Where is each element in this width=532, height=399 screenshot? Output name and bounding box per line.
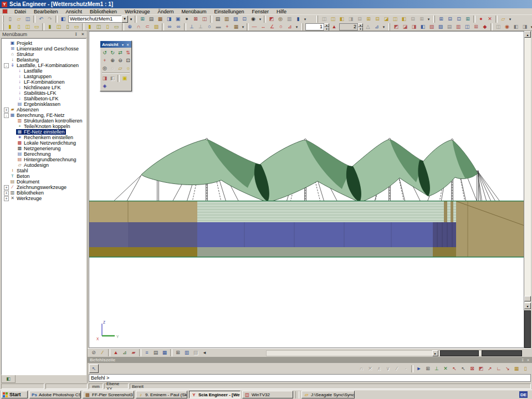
cursor-snap-icon[interactable]: ► bbox=[415, 365, 423, 372]
render-picture-icon[interactable]: ◉ bbox=[503, 23, 511, 30]
member-shell-icon[interactable]: ▯ bbox=[63, 23, 72, 30]
tree-item-bibliotheken[interactable]: +▥Bibliotheken bbox=[2, 190, 86, 196]
snap-perpendicular-icon[interactable]: ∟ bbox=[494, 365, 503, 372]
coord-system-icon[interactable]: ⊿ bbox=[120, 349, 129, 356]
task-button-wintv32[interactable]: ◫WinTV32 bbox=[242, 391, 293, 398]
grid-snap-icon[interactable]: ⊞ bbox=[423, 365, 432, 372]
layout-window-icon[interactable]: ◫ bbox=[200, 16, 209, 23]
print-preview-icon[interactable]: ▥ bbox=[222, 16, 231, 23]
window-split-5-icon[interactable]: ⊟ bbox=[355, 16, 364, 23]
window-close-icon[interactable]: ◫ bbox=[391, 16, 400, 23]
select-links-icon[interactable]: ⊘ bbox=[89, 349, 98, 356]
set-origin-icon[interactable]: + bbox=[101, 57, 109, 64]
snap-grid-points-icon[interactable]: ▦ bbox=[512, 365, 521, 372]
task-button-j-seagate-sync-syncre-[interactable]: ▱J:\Seagate Sync\SyncRe... bbox=[301, 391, 355, 398]
clip-planes-icon[interactable]: ▱ bbox=[116, 65, 124, 72]
model-viewport[interactable]: Z X Y Ansicht ▾ ✕ ↺↻⇄⇅ +⊕⊖⊡ ◎◌▱☼ bbox=[89, 31, 524, 348]
member-slab-icon[interactable]: ◫ bbox=[54, 23, 63, 30]
copy-view-icon[interactable]: ⊞ bbox=[437, 16, 446, 23]
red-cut-icon[interactable]: ✕ bbox=[485, 16, 494, 23]
start-button[interactable]: Start bbox=[1, 391, 28, 398]
menu-item-fenster[interactable]: Fenster bbox=[248, 8, 273, 15]
snap-point-icon[interactable]: ∙ bbox=[401, 365, 410, 372]
snap-line-icon[interactable]: ∕ bbox=[392, 365, 401, 372]
ortho-mode-icon[interactable]: ⊥ bbox=[432, 365, 441, 372]
command-panel-header[interactable]: Befehlszeile ↧ ✕ bbox=[88, 357, 532, 363]
command-input[interactable]: Befehl > bbox=[89, 374, 531, 382]
snap-nearest-icon[interactable]: ↗ bbox=[485, 365, 494, 372]
folder-more-icon[interactable]: ▾ bbox=[508, 16, 513, 23]
member-beam-icon[interactable]: ▯ bbox=[14, 23, 23, 30]
clipboard-picture-icon[interactable]: ◨ bbox=[165, 16, 173, 23]
task-button-ff-pier-screenshot3-paint[interactable]: ▨FF-Pier Screenshot3 - Paint bbox=[83, 391, 134, 398]
window-cascade-icon[interactable]: ⊞ bbox=[364, 16, 373, 23]
tree-item-teile-knoten-koppeln[interactable]: +Teile/Knoten koppeln bbox=[2, 124, 86, 129]
menu-item-ansicht[interactable]: Ansicht bbox=[62, 8, 86, 15]
window-tile-icon[interactable]: ⊟ bbox=[373, 16, 382, 23]
window-new-icon[interactable]: ◪ bbox=[382, 16, 391, 23]
tree-item-belastung[interactable]: ↓Belastung bbox=[2, 57, 86, 63]
vertical-scrollbar[interactable]: ▴ ▾ bbox=[524, 31, 531, 348]
member-rib-icon[interactable]: ▭ bbox=[72, 23, 81, 30]
picture-gallery-icon[interactable]: ▤ bbox=[147, 16, 156, 23]
background-color-icon[interactable]: ▣ bbox=[121, 75, 129, 82]
picture-more-icon[interactable]: ▾ bbox=[529, 23, 532, 30]
zoom-previous-icon[interactable]: ◌ bbox=[109, 65, 116, 72]
ansicht-palette[interactable]: Ansicht ▾ ✕ ↺↻⇄⇅ +⊕⊖⊡ ◎◌▱☼ ◨◧▣ ◈ bbox=[100, 40, 132, 91]
export-box-icon[interactable]: ⊡ bbox=[240, 16, 249, 23]
tree-item-hintergrundberechnung[interactable]: ▤Hintergrundberechnung bbox=[2, 157, 86, 162]
surface-tool-icon[interactable]: ⊂ bbox=[143, 23, 152, 30]
library-export-icon[interactable]: ▧ bbox=[231, 16, 240, 23]
tree-item-lastfälle-lf-kombinationen[interactable]: -⇓Lastfälle, LF-Kombinationen bbox=[2, 63, 86, 68]
node-star-icon[interactable]: ⊕ bbox=[125, 23, 134, 30]
project-combobox-value[interactable]: WetterschutzMem1 bbox=[68, 16, 121, 23]
support-fixed-icon[interactable]: ⊥ bbox=[187, 23, 196, 30]
tree-expander-icon[interactable]: - bbox=[4, 63, 9, 68]
dim-triangle-icon[interactable]: ⊿ bbox=[285, 23, 294, 30]
open-project-icon[interactable]: ▱ bbox=[14, 16, 23, 23]
hatch-tool-icon[interactable]: ▨ bbox=[152, 23, 161, 30]
tree-item-lastfälle[interactable]: ↓Lastfälle bbox=[2, 68, 86, 74]
redo-icon[interactable]: ↷ bbox=[45, 16, 54, 23]
column-select-icon[interactable]: ▮ bbox=[294, 16, 303, 23]
project-data-icon[interactable]: ⊞ bbox=[138, 16, 147, 23]
snap-midpoint-icon[interactable]: ↖ bbox=[459, 365, 468, 372]
flag-icon[interactable]: ▰ bbox=[129, 349, 138, 356]
tree-item-projekt[interactable]: ▣Projekt bbox=[2, 40, 86, 46]
menu-item-werkzeuge[interactable]: Werkzeuge bbox=[121, 8, 154, 15]
window-split-3-icon[interactable]: ◧ bbox=[337, 16, 346, 23]
print-view-icon[interactable]: ▤ bbox=[151, 349, 160, 356]
stretch-member-icon[interactable]: ▧ bbox=[427, 23, 436, 30]
spinner-down-icon[interactable]: ▾ bbox=[358, 27, 363, 31]
rotate-member-icon[interactable]: ◪ bbox=[401, 23, 410, 30]
tree-item-berechnung-fe-netz[interactable]: -▦Berechnung, FE-Netz bbox=[2, 112, 86, 118]
fillet-member-icon[interactable]: ◫ bbox=[463, 23, 472, 30]
extra-view-icon[interactable]: ▧ bbox=[191, 349, 200, 356]
folder-add-icon[interactable]: ▱ bbox=[499, 16, 508, 23]
window-split-2-icon[interactable]: ◫ bbox=[329, 16, 337, 23]
mesh-window-icon[interactable]: ⊠ bbox=[191, 16, 200, 23]
red-eye-icon[interactable]: ● bbox=[477, 16, 485, 23]
scale-member-icon[interactable]: ◧ bbox=[418, 23, 427, 30]
free-bars-2-icon[interactable]: ∞ bbox=[174, 23, 183, 30]
save-picture-icon[interactable]: ◫ bbox=[494, 23, 503, 30]
toolbar-grip[interactable] bbox=[2, 16, 4, 23]
dim-more-icon[interactable]: ▾ bbox=[294, 23, 299, 30]
scroll-down-icon[interactable]: ▾ bbox=[524, 303, 531, 309]
window-split-4-icon[interactable]: ◨ bbox=[346, 16, 355, 23]
layer-spinner[interactable]: 2 ▴▾ bbox=[339, 23, 363, 30]
status-plane[interactable]: Ebene XY bbox=[104, 383, 129, 389]
subsoil-icon[interactable]: ▦ bbox=[232, 23, 241, 30]
pin-icon[interactable]: ↧ bbox=[520, 357, 525, 362]
vertical-scroll-dark-region[interactable] bbox=[524, 310, 531, 348]
orbit-view-icon[interactable]: ⇅ bbox=[124, 49, 132, 57]
hinge-node-icon[interactable]: ○ bbox=[205, 23, 214, 30]
cursor-mode-button[interactable]: ↖ bbox=[89, 364, 99, 373]
tree-expander-icon[interactable]: + bbox=[4, 196, 9, 201]
layer-spinner-value[interactable]: 2 bbox=[339, 23, 358, 30]
tree-item-werkzeuge[interactable]: +✕Werkzeuge bbox=[2, 196, 86, 201]
sync-view-icon[interactable]: ⊞ bbox=[463, 16, 472, 23]
tree-item-fe-netz-einstellen[interactable]: ▦FE-Netz einstellen bbox=[2, 129, 86, 135]
vertical-scroll-thumb[interactable] bbox=[524, 296, 531, 301]
snap-tangent-icon[interactable]: ↘ bbox=[503, 365, 512, 372]
